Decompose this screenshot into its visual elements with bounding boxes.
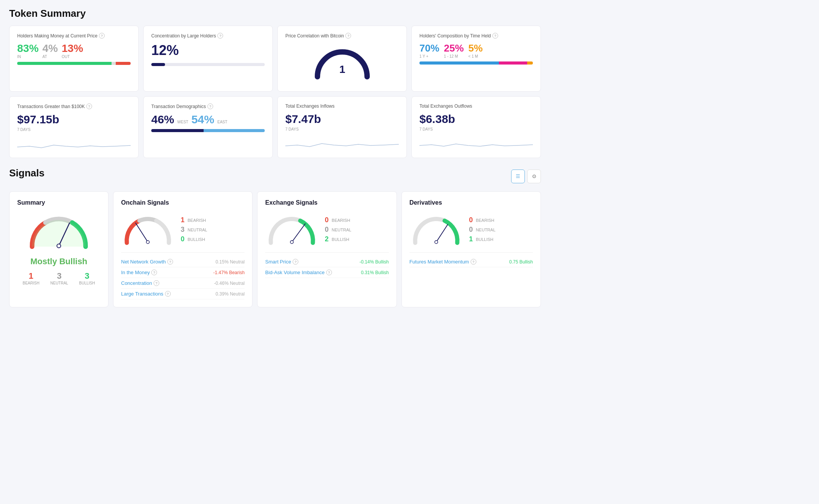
svg-line-2 (136, 223, 148, 242)
derivatives-bullish-row: 1 BULLISH (469, 235, 533, 243)
signal-row-futures: Futures Market Momentum ? 0.75 Bullish (410, 257, 533, 267)
signals-grid: Summary (9, 191, 541, 307)
signals-header: Signals ☰ ⊙ (9, 167, 541, 185)
demographics-bar (151, 129, 265, 132)
concentration-signal-help[interactable]: ? (154, 280, 159, 286)
summary-card-title: Summary (17, 199, 100, 206)
exchange-bullish-num: 2 (325, 235, 329, 243)
exchange-neutral-row: 0 NEUTRAL (325, 226, 388, 234)
exchange-neutral-label: NEUTRAL (332, 228, 351, 232)
demographics-pcts: 46% WEST 54% EAST (151, 113, 265, 126)
derivatives-bearish-row: 0 BEARISH (469, 216, 533, 224)
gauge-view-button[interactable]: ⊙ (527, 170, 541, 183)
demo-west-bar (151, 129, 204, 132)
onchain-bullish-num: 0 (181, 235, 185, 243)
summary-card: Summary (9, 191, 108, 307)
demo-east-label: EAST (217, 120, 227, 124)
onchain-gauge (121, 212, 175, 248)
outflow-label: Total Exchanges Outflows (419, 103, 533, 109)
signal-name-in-money[interactable]: In the Money ? (121, 270, 157, 275)
comp-1y-label: 1 Y + (419, 54, 439, 58)
net-network-help[interactable]: ? (167, 259, 173, 265)
bar-out-seg (116, 62, 131, 65)
token-summary-title: Token Summary (9, 8, 541, 19)
correlation-label: Price Correlation with Bitcoin ? (285, 33, 399, 39)
futures-help[interactable]: ? (471, 259, 476, 265)
signals-title: Signals (9, 167, 44, 179)
onchain-gauge-svg (121, 212, 175, 247)
concentration-card: Concentration by Large Holders ? 12% (143, 26, 273, 92)
onchain-bullish-label: BULLISH (188, 237, 205, 242)
composition-bar (419, 61, 533, 65)
svg-point-7 (435, 241, 438, 244)
onchain-bullish-row: 0 BULLISH (181, 235, 244, 243)
composition-help-icon[interactable]: ? (492, 33, 498, 39)
derivatives-gauge (410, 212, 463, 248)
exchange-gauge-svg (265, 212, 319, 247)
summary-bearish-num: 1 (23, 271, 39, 281)
signal-name-concentration[interactable]: Concentration ? (121, 280, 159, 286)
derivatives-neutral-label: NEUTRAL (476, 228, 495, 232)
derivatives-neutral-num: 0 (469, 226, 473, 234)
bar-in-seg (17, 62, 112, 65)
holders-money-label: Holders Making Money at Current Price ? (17, 33, 131, 39)
holders-money-pcts: 83% IN 4% AT 13% OUT (17, 42, 131, 59)
correlation-card: Price Correlation with Bitcoin ? 1 (277, 26, 407, 92)
summary-neutral-label: NEUTRAL (50, 281, 68, 285)
derivatives-layout: 0 BEARISH 0 NEUTRAL 1 BULLISH (410, 212, 533, 248)
summary-bearish-label: BEARISH (23, 281, 39, 285)
derivatives-signal-rows: Futures Market Momentum ? 0.75 Bullish (410, 252, 533, 267)
signal-row-net-network: Net Network Growth ? 0.15% Neutral (121, 257, 244, 267)
demo-east-bar (204, 129, 265, 132)
demo-east-pct: 54% (191, 113, 214, 126)
signal-name-bid-ask[interactable]: Bid-Ask Volume Imbalance ? (265, 270, 332, 275)
composition-label: Holders' Composition by Time Held ? (419, 33, 533, 39)
outflow-mini-chart (419, 135, 533, 150)
comp-1m-pct: 5% (468, 42, 483, 54)
section-signals: Signals ☰ ⊙ Summary (9, 167, 541, 307)
onchain-neutral-label: NEUTRAL (188, 228, 207, 232)
signal-name-net-network[interactable]: Net Network Growth ? (121, 259, 173, 265)
concentration-help-icon[interactable]: ? (217, 33, 223, 39)
summary-bullish: 3 BULLISH (79, 271, 95, 285)
comp-1m-label: < 1 M (468, 54, 483, 58)
exchange-card-title: Exchange Signals (265, 199, 388, 206)
summary-gauge-svg (24, 212, 93, 250)
inflow-days: 7 DAYS (285, 127, 399, 131)
gauge-icon: ⊙ (532, 173, 536, 179)
onchain-card-title: Onchain Signals (121, 199, 244, 206)
holders-money-help-icon[interactable]: ? (99, 33, 105, 39)
outflow-value: $6.38b (419, 113, 533, 126)
holders-at-pct: 4% (42, 42, 58, 55)
correlation-help-icon[interactable]: ? (345, 33, 351, 39)
summary-bullish-num: 3 (79, 271, 95, 281)
signal-name-large-tx[interactable]: Large Transactions ? (121, 291, 171, 297)
holders-in-pct: 83% (17, 42, 39, 55)
list-view-button[interactable]: ☰ (511, 170, 525, 183)
derivatives-bearish-label: BEARISH (476, 218, 494, 223)
smart-price-help[interactable]: ? (293, 259, 298, 265)
exchange-bullish-label: BULLISH (332, 237, 349, 242)
exchange-card: Exchange Signals (257, 191, 397, 307)
onchain-neutral-row: 3 NEUTRAL (181, 226, 244, 234)
bar-at-seg (112, 62, 116, 65)
large-tx-help[interactable]: ? (165, 291, 171, 297)
in-money-help[interactable]: ? (151, 270, 157, 275)
exchange-bullish-row: 2 BULLISH (325, 235, 388, 243)
bid-ask-help[interactable]: ? (326, 270, 332, 275)
demographics-label: Transaction Demographics ? (151, 103, 265, 109)
comp-1y-bar (419, 61, 499, 65)
signal-name-futures[interactable]: Futures Market Momentum ? (410, 259, 476, 265)
tx-help-icon[interactable]: ? (86, 103, 92, 109)
onchain-card: Onchain Signals (113, 191, 252, 307)
derivatives-bullish-label: BULLISH (476, 237, 494, 242)
onchain-bearish-label: BEARISH (188, 218, 206, 223)
signal-val-bid-ask: 0.31% Bullish (361, 270, 389, 275)
derivatives-neutral-row: 0 NEUTRAL (469, 226, 533, 234)
summary-neutral-num: 3 (50, 271, 68, 281)
signal-val-concentration: -0.46% Neutral (214, 281, 244, 286)
signal-name-smart-price[interactable]: Smart Price ? (265, 259, 298, 265)
derivatives-counts: 0 BEARISH 0 NEUTRAL 1 BULLISH (469, 212, 533, 248)
demographics-help-icon[interactable]: ? (207, 103, 213, 109)
correlation-gauge-svg: 1 (312, 46, 373, 81)
